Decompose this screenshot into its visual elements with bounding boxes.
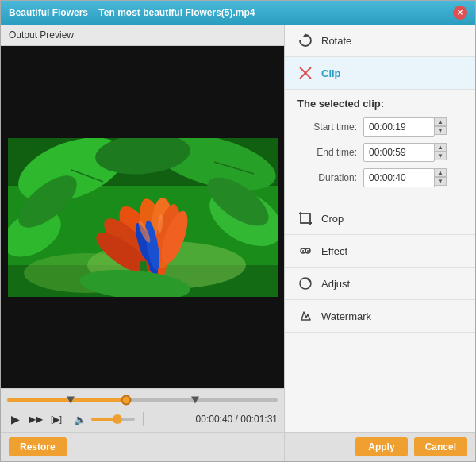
effect-label: Effect bbox=[321, 245, 347, 257]
close-button[interactable]: × bbox=[453, 6, 467, 20]
start-time-field: Start time: 00:00:19 ▲ ▼ bbox=[298, 117, 463, 137]
duration-field: Duration: 00:00:40 ▲ ▼ bbox=[298, 168, 463, 187]
end-time-up[interactable]: ▲ bbox=[434, 143, 447, 152]
start-time-input[interactable]: 00:00:19 bbox=[363, 117, 435, 137]
watermark-tool-item[interactable]: Watermark bbox=[285, 300, 475, 333]
left-panel: Output Preview bbox=[1, 25, 285, 461]
end-time-down[interactable]: ▼ bbox=[434, 152, 447, 160]
end-time-spinners: ▲ ▼ bbox=[434, 143, 447, 162]
title-bar: Beautiful Flowers _ Ten most beautiful F… bbox=[1, 1, 475, 25]
selected-clip-title: The selected clip: bbox=[298, 98, 463, 110]
controls-area: ▶ ▶▶ [▶] 🔈 bbox=[1, 388, 284, 432]
crop-icon bbox=[298, 210, 313, 226]
adjust-tool-item[interactable]: Adjust bbox=[285, 268, 475, 300]
window-title: Beautiful Flowers _ Ten most beautiful F… bbox=[9, 7, 255, 18]
start-time-up[interactable]: ▲ bbox=[434, 117, 447, 126]
watermark-label: Watermark bbox=[321, 310, 371, 322]
duration-label: Duration: bbox=[298, 172, 357, 183]
duration-down[interactable]: ▼ bbox=[434, 177, 447, 186]
crop-tool-item[interactable]: Crop bbox=[285, 202, 475, 235]
clip-label: Clip bbox=[321, 67, 341, 79]
time-display: 00:00:40 / 00:01:31 bbox=[196, 414, 278, 425]
duration-input-group: 00:00:40 ▲ ▼ bbox=[363, 168, 447, 187]
right-tools: Rotate Clip The selected clip: bbox=[285, 25, 475, 432]
duration-spinners: ▲ ▼ bbox=[434, 168, 447, 187]
adjust-label: Adjust bbox=[321, 278, 350, 290]
start-time-input-group: 00:00:19 ▲ ▼ bbox=[363, 117, 447, 137]
effect-icon bbox=[298, 243, 313, 259]
left-bottom-bar: Restore bbox=[1, 432, 284, 461]
end-time-input-group: 00:00:59 ▲ ▼ bbox=[363, 143, 447, 162]
right-panel: Rotate Clip The selected clip: bbox=[285, 25, 475, 461]
step-forward-button[interactable]: ▶▶ bbox=[28, 411, 44, 427]
right-bottom-bar: Apply Cancel bbox=[285, 432, 475, 461]
output-preview-label: Output Preview bbox=[1, 25, 284, 46]
main-content: Output Preview bbox=[1, 25, 475, 461]
duration-up[interactable]: ▲ bbox=[434, 168, 447, 177]
timeline-left-marker[interactable] bbox=[67, 397, 75, 404]
video-thumbnail bbox=[8, 138, 278, 297]
end-time-field: End time: 00:00:59 ▲ ▼ bbox=[298, 143, 463, 162]
adjust-icon bbox=[298, 275, 313, 291]
rotate-icon bbox=[298, 33, 313, 48]
timeline-right-marker[interactable] bbox=[191, 397, 199, 404]
volume-area: 🔈 bbox=[72, 411, 135, 427]
rotate-tool-item[interactable]: Rotate bbox=[285, 25, 475, 57]
start-time-down[interactable]: ▼ bbox=[434, 126, 447, 135]
end-time-label: End time: bbox=[298, 147, 357, 158]
effect-tool-item[interactable]: Effect bbox=[285, 235, 475, 268]
volume-slider[interactable] bbox=[91, 418, 135, 421]
svg-rect-30 bbox=[301, 214, 310, 223]
volume-icon[interactable]: 🔈 bbox=[72, 411, 88, 427]
duration-input[interactable]: 00:00:40 bbox=[363, 168, 435, 187]
transport-row: ▶ ▶▶ [▶] 🔈 bbox=[7, 411, 278, 427]
crop-label: Crop bbox=[321, 213, 344, 225]
apply-button[interactable]: Apply bbox=[355, 437, 407, 456]
start-time-label: Start time: bbox=[298, 121, 357, 133]
clip-section: The selected clip: Start time: 00:00:19 … bbox=[285, 90, 475, 202]
play-button[interactable]: ▶ bbox=[7, 411, 23, 427]
svg-point-38 bbox=[307, 250, 309, 252]
main-window: Beautiful Flowers _ Ten most beautiful F… bbox=[0, 0, 476, 462]
loop-button[interactable]: [▶] bbox=[48, 411, 64, 427]
divider bbox=[143, 412, 144, 426]
svg-point-37 bbox=[302, 250, 304, 252]
timeline-track[interactable] bbox=[7, 398, 278, 402]
restore-button[interactable]: Restore bbox=[9, 437, 67, 456]
video-area bbox=[1, 46, 284, 388]
timeline-handle[interactable] bbox=[121, 395, 132, 406]
rotate-label: Rotate bbox=[321, 35, 351, 47]
clip-icon bbox=[298, 65, 313, 81]
volume-handle[interactable] bbox=[113, 414, 122, 424]
clip-tool-item[interactable]: Clip bbox=[285, 57, 475, 90]
cancel-button[interactable]: Cancel bbox=[414, 437, 467, 456]
watermark-icon bbox=[298, 308, 313, 324]
start-time-spinners: ▲ ▼ bbox=[434, 117, 447, 137]
timeline-bar[interactable] bbox=[7, 394, 278, 406]
end-time-input[interactable]: 00:00:59 bbox=[363, 143, 435, 162]
